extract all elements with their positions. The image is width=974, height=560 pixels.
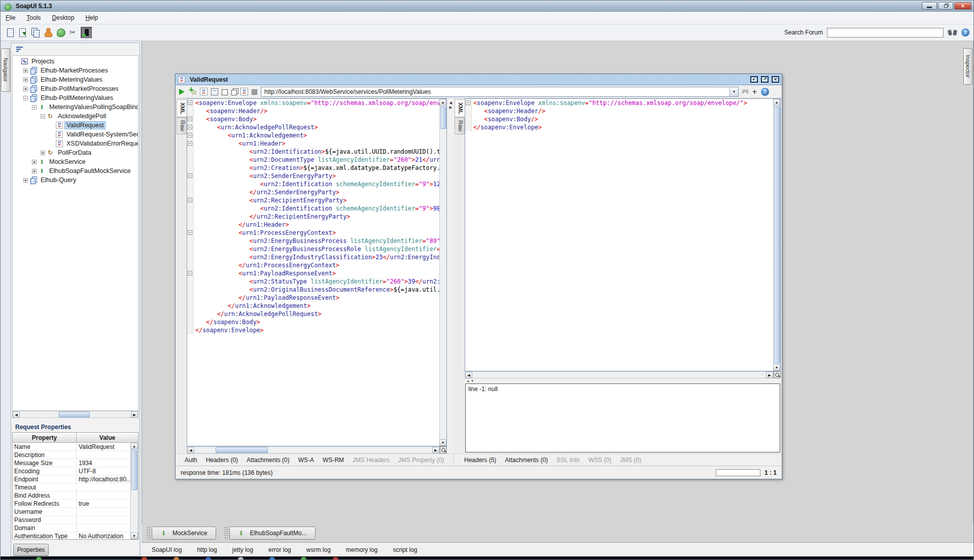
expand-icon[interactable]: + bbox=[23, 78, 28, 82]
preferences-icon[interactable] bbox=[68, 27, 79, 38]
help-icon[interactable]: ? bbox=[961, 28, 969, 37]
recreate-request-icon[interactable] bbox=[200, 88, 207, 95]
scrollbar-thumb[interactable] bbox=[440, 107, 446, 129]
fold-collapse-icon[interactable]: - bbox=[466, 100, 470, 105]
minimized-window-button[interactable]: ElhubSoapFaultMo... bbox=[229, 527, 316, 540]
property-row[interactable]: Timeout bbox=[13, 483, 138, 492]
property-row[interactable]: Password bbox=[13, 516, 138, 524]
search-forum-input[interactable] bbox=[827, 28, 944, 38]
tree-item-elhubsoapfaultmockservice[interactable]: +ElhubSoapFaultMockService bbox=[13, 166, 138, 176]
fold-collapse-icon[interactable]: - bbox=[188, 133, 192, 137]
import-project-icon[interactable] bbox=[17, 27, 28, 38]
request-tab-attachments-0[interactable]: Attachments (0) bbox=[247, 457, 290, 464]
request-tab-headers-0[interactable]: Headers (0) bbox=[206, 457, 238, 464]
scroll-left-icon[interactable]: ◀ bbox=[465, 372, 472, 378]
request-horizontal-scrollbar[interactable]: ◀ ▶ bbox=[187, 446, 440, 453]
clone-request-icon[interactable] bbox=[231, 90, 237, 95]
property-row[interactable]: Follow Redirectstrue bbox=[13, 500, 138, 508]
response-horizontal-scrollbar[interactable]: ◀ ▶ bbox=[465, 371, 774, 378]
fold-collapse-icon[interactable]: - bbox=[188, 100, 192, 105]
request-xml-tab[interactable]: XML bbox=[177, 99, 187, 117]
response-tab-headers-5[interactable]: Headers (5) bbox=[464, 457, 496, 464]
collapse-icon[interactable]: - bbox=[41, 114, 45, 119]
taskbar-icon[interactable] bbox=[269, 557, 275, 560]
minimize-button[interactable] bbox=[922, 2, 937, 10]
scroll-down-icon[interactable]: ▼ bbox=[130, 533, 138, 539]
forum-icon[interactable] bbox=[43, 27, 54, 38]
scroll-down-icon[interactable]: ▼ bbox=[773, 364, 780, 371]
sort-icon[interactable] bbox=[16, 47, 23, 52]
scroll-right-icon[interactable]: ▶ bbox=[432, 447, 439, 453]
tree-item-pollfordata[interactable]: +PollForData bbox=[13, 148, 138, 157]
menu-desktop[interactable]: Desktop bbox=[52, 14, 74, 21]
properties-vertical-scrollbar[interactable]: ▲ ▼ bbox=[130, 443, 138, 539]
drag-grip-icon[interactable] bbox=[147, 527, 150, 540]
log-splitter[interactable]: ▲ ▼ bbox=[465, 378, 781, 383]
request-tab-ws-a[interactable]: WS-A bbox=[298, 457, 314, 464]
response-vertical-scrollbar[interactable]: ▲ ▼ bbox=[773, 99, 780, 371]
add-to-testcase-icon[interactable] bbox=[188, 88, 196, 96]
taskbar-icon[interactable] bbox=[301, 557, 306, 560]
collapse-up-icon[interactable]: ▲ bbox=[467, 379, 470, 382]
request-vertical-scrollbar[interactable]: ▲ ▼ bbox=[439, 99, 446, 446]
collapse-left-icon[interactable]: ◀ bbox=[449, 101, 452, 105]
property-row[interactable]: Authentication TypeNo Authorization bbox=[13, 532, 138, 540]
save-all-icon[interactable] bbox=[30, 27, 41, 38]
request-tab-auth[interactable]: Auth bbox=[185, 457, 197, 464]
property-row[interactable]: Description bbox=[13, 451, 138, 459]
scrollbar-thumb[interactable] bbox=[131, 450, 137, 490]
tree-item-meteringvaluespollingsoapbinding[interactable]: -MeteringValuesPollingSoapBinding bbox=[13, 102, 138, 112]
restore-button[interactable] bbox=[938, 2, 953, 10]
taskbar-icon[interactable] bbox=[36, 557, 42, 560]
taskbar-icon[interactable] bbox=[238, 557, 244, 560]
tree-item-mockservice[interactable]: +MockService bbox=[13, 157, 138, 166]
create-empty-request-icon[interactable] bbox=[211, 88, 218, 95]
property-row[interactable]: Domain bbox=[13, 524, 138, 532]
collapse-icon[interactable]: - bbox=[23, 96, 28, 100]
request-window-titlebar[interactable]: ValidRequest ↙ ↗ × bbox=[176, 74, 782, 85]
log-tab-jetty-log[interactable]: jetty log bbox=[232, 546, 253, 553]
log-tab-http-log[interactable]: http log bbox=[197, 546, 217, 553]
tree-item-validrequest[interactable]: ValidRequest bbox=[13, 121, 138, 130]
tree-horizontal-scrollbar[interactable]: ◀ ▶ bbox=[12, 411, 138, 418]
property-row[interactable]: Message Size1934 bbox=[13, 459, 138, 467]
scroll-up-icon[interactable]: ▲ bbox=[130, 443, 138, 449]
taskbar-icon[interactable] bbox=[173, 557, 179, 560]
response-xml-tab[interactable]: XML bbox=[455, 99, 465, 117]
taskbar-icon[interactable] bbox=[142, 557, 147, 560]
endpoint-combo[interactable]: http://localhost:8083/WebService/service… bbox=[261, 87, 739, 97]
expand-icon[interactable]: + bbox=[23, 68, 28, 73]
log-tab-soapui-log[interactable]: SoapUI log bbox=[152, 546, 182, 553]
tree-item-xsdvalidationerrorrequest[interactable]: XSDValidationErrorRequest bbox=[13, 139, 138, 148]
request-raw-tab[interactable]: Raw bbox=[177, 117, 187, 134]
expand-icon[interactable]: + bbox=[23, 178, 28, 183]
fold-collapse-icon[interactable]: - bbox=[188, 125, 192, 129]
property-row[interactable]: EncodingUTF-8 bbox=[13, 467, 138, 475]
close-button[interactable]: × bbox=[954, 2, 971, 10]
collapse-down-icon[interactable]: ▼ bbox=[471, 379, 474, 382]
tree-item-acknowledgepoll[interactable]: -AcknowledgePoll bbox=[13, 112, 138, 121]
fold-collapse-icon[interactable]: - bbox=[188, 271, 192, 275]
response-tab-attachments-0[interactable]: Attachments (0) bbox=[505, 457, 548, 464]
property-row[interactable]: Endpointhttp://localhost:80... bbox=[13, 475, 138, 483]
column-header-value[interactable]: Value bbox=[77, 433, 138, 442]
scroll-down-icon[interactable]: ▼ bbox=[439, 439, 446, 446]
request-xml-content[interactable]: -<soapenv:Envelope xmlns:soapenv="http:/… bbox=[187, 99, 439, 446]
property-row[interactable]: NameValidRequest bbox=[13, 443, 138, 451]
magnifier-icon[interactable] bbox=[440, 446, 447, 453]
search-icon[interactable] bbox=[948, 29, 957, 37]
inspector-tab[interactable]: Inspector bbox=[963, 48, 972, 85]
expand-icon[interactable]: + bbox=[23, 87, 28, 91]
taskbar-icon[interactable] bbox=[333, 557, 338, 560]
magnifier-icon[interactable] bbox=[774, 371, 781, 378]
property-row[interactable]: Bind Address bbox=[13, 492, 138, 500]
submit-request-icon[interactable] bbox=[179, 89, 185, 95]
collapse-icon[interactable]: - bbox=[32, 105, 37, 110]
add-endpoint-icon[interactable]: + bbox=[752, 88, 757, 95]
taskbar-icon[interactable] bbox=[205, 557, 211, 560]
fold-collapse-icon[interactable]: - bbox=[188, 173, 192, 178]
log-tab-wsrm-log[interactable]: wsrm log bbox=[306, 546, 331, 553]
soapui-home-icon[interactable] bbox=[55, 27, 66, 38]
tree-item-elhub-query[interactable]: +Elhub-Query bbox=[13, 176, 138, 185]
menu-help[interactable]: Help bbox=[85, 14, 98, 21]
